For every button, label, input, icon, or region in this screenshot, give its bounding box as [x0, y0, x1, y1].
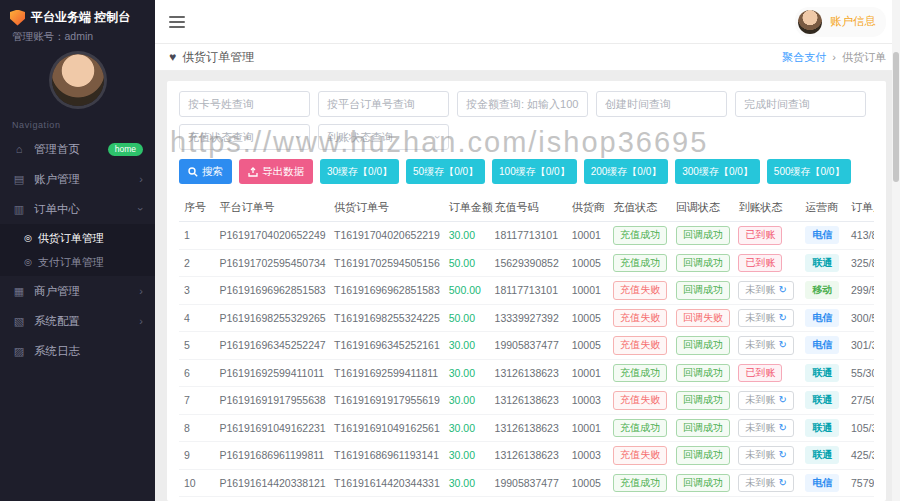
export-button[interactable]: 导出数据 — [239, 159, 313, 184]
recharge-status-pill: 充值成功 — [613, 226, 667, 245]
vertical-scrollbar[interactable] — [892, 0, 900, 501]
column-header: 供货商 — [567, 194, 609, 222]
filter-select-0[interactable]: 充值状态查询› — [179, 124, 310, 150]
select-placeholder: 到账状态查询 — [327, 130, 393, 145]
sidebar-subitem[interactable]: ◎支付订单管理 — [0, 250, 155, 274]
refresh-icon[interactable]: ↻ — [778, 284, 786, 295]
export-button-label: 导出数据 — [262, 165, 304, 179]
arrival-status-pill: 未到账↻ — [738, 391, 793, 410]
refresh-icon[interactable]: ↻ — [778, 422, 786, 433]
cache-button-3[interactable]: 200缓存【0/0】 — [584, 159, 669, 184]
cell-supplier: 10005 — [567, 332, 609, 360]
bullet-icon: ◎ — [24, 233, 32, 243]
filter-input-2[interactable] — [457, 91, 588, 117]
cell-carrier: 联通 — [800, 359, 846, 387]
accounts-icon: ▤ — [12, 173, 26, 186]
cache-button-2[interactable]: 100缓存【0/0】 — [492, 159, 577, 184]
cache-button-0[interactable]: 30缓存【0/0】 — [320, 159, 399, 184]
table-row: 10P16191614420338121T1619161442034433130… — [179, 469, 874, 497]
carrier-badge: 联通 — [805, 419, 839, 437]
brand-logo-icon — [10, 10, 25, 26]
cell-supply-order-no: T16191698255324225 — [329, 304, 444, 332]
cell-supplier: 10001 — [567, 277, 609, 305]
sidebar-item-2[interactable]: ▥订单中心› — [0, 194, 155, 224]
scrollbar-thumb[interactable] — [893, 52, 899, 182]
account-menu[interactable]: 账户信息 — [795, 7, 886, 37]
chevron-down-icon: › — [135, 207, 147, 211]
arrival-status-pill: 已到账 — [738, 364, 782, 383]
arrival-status-pill: 未到账↻ — [738, 446, 793, 465]
cache-button-1[interactable]: 50缓存【0/0】 — [406, 159, 485, 184]
cell-supplier: 10003 — [567, 387, 609, 415]
filter-input-1[interactable] — [318, 91, 449, 117]
cell-recharge: 充值成功 — [608, 359, 671, 387]
table-row: 5P16191696345252247T1619169634525216130.… — [179, 332, 874, 360]
menu-toggle-icon[interactable] — [169, 13, 185, 31]
cell-callback: 回调成功 — [671, 222, 734, 250]
bullet-icon: ◎ — [24, 257, 32, 267]
cell-carrier: 电信 — [800, 304, 846, 332]
column-header: 充值状态 — [608, 194, 671, 222]
cell-seq: 7 — [179, 387, 214, 415]
cell-carrier: 联通 — [800, 442, 846, 470]
cell-duration: 425/300 — [846, 442, 874, 470]
cache-button-5[interactable]: 500缓存【0/0】 — [767, 159, 852, 184]
nav-section-label: Navigation — [0, 112, 155, 134]
table-row: 11P16191608876861851T1619160887688464130… — [179, 497, 874, 501]
cell-seq: 5 — [179, 332, 214, 360]
refresh-icon[interactable]: ↻ — [778, 312, 786, 323]
cell-supplier: 10005 — [567, 249, 609, 277]
breadcrumb-current: 供货订单 — [842, 50, 886, 65]
orders-table-body: 1P16191704020652249T1619170402065221930.… — [179, 222, 874, 501]
cell-arrival: 未到账↻ — [733, 387, 800, 415]
sidebar-item-0[interactable]: ⌂管理首页home — [0, 134, 155, 164]
sidebar-item-5[interactable]: ▨系统日志 — [0, 336, 155, 366]
filter-select-1[interactable]: 到账状态查询› — [318, 124, 449, 150]
recharge-status-pill: 充值成功 — [613, 364, 667, 383]
callback-status-pill: 回调成功 — [676, 226, 730, 245]
arrival-status-pill: 未到账↻ — [738, 281, 793, 300]
breadcrumb-parent[interactable]: 聚合支付 — [782, 50, 826, 65]
cell-carrier: 电信 — [800, 469, 846, 497]
chevron-right-icon: › — [139, 285, 143, 297]
search-button[interactable]: 搜索 — [179, 159, 232, 184]
filter-input-4[interactable] — [735, 91, 866, 117]
chevron-right-icon: › — [139, 173, 143, 185]
sidebar-item-3[interactable]: ▦商户管理› — [0, 276, 155, 306]
account-info-link[interactable]: 账户信息 — [830, 14, 876, 29]
cell-platform-order-no: P16191686961199811 — [214, 442, 329, 470]
recharge-status-pill: 充值成功 — [613, 254, 667, 273]
cell-recharge: 充值成功 — [608, 222, 671, 250]
filter-input-3[interactable] — [596, 91, 727, 117]
cell-platform-order-no: P16191608876861851 — [214, 497, 329, 501]
topbar: 账户信息 — [155, 0, 900, 44]
recharge-status-pill: 充值失败 — [613, 281, 667, 300]
cell-arrival: 未到账↻ — [733, 497, 800, 501]
refresh-icon[interactable]: ↻ — [778, 394, 786, 405]
refresh-icon[interactable]: ↻ — [778, 449, 786, 460]
sidebar-submenu: ◎供货订单管理◎支付订单管理 — [0, 224, 155, 276]
sidebar-avatar[interactable] — [52, 54, 104, 106]
cache-button-4[interactable]: 300缓存【0/0】 — [675, 159, 760, 184]
cell-callback: 回调成功 — [671, 414, 734, 442]
heart-icon: ♥ — [169, 50, 176, 64]
settings-icon: ▧ — [12, 315, 26, 328]
sidebar-item-1[interactable]: ▤账户管理› — [0, 164, 155, 194]
refresh-icon[interactable]: ↻ — [778, 339, 786, 350]
cell-carrier: 电信 — [800, 497, 846, 501]
cell-callback: 回调成功 — [671, 359, 734, 387]
sidebar-item-label: 订单中心 — [34, 202, 80, 217]
filter-input-0[interactable] — [179, 91, 310, 117]
table-row: 8P16191691049162231T1619169104916256130.… — [179, 414, 874, 442]
sidebar-subitem[interactable]: ◎供货订单管理 — [0, 226, 155, 250]
recharge-status-pill: 充值失败 — [613, 336, 667, 355]
filter-inputs-row — [179, 91, 874, 117]
table-row: 2P16191702595450734T1619170259450515650.… — [179, 249, 874, 277]
refresh-icon[interactable]: ↻ — [778, 477, 786, 488]
cell-amount: 30.00 — [444, 332, 490, 360]
sidebar-item-4[interactable]: ▧系统配置› — [0, 306, 155, 336]
column-header: 充值号码 — [490, 194, 567, 222]
cell-phone: 13126138623 — [490, 414, 567, 442]
cell-arrival: 未到账↻ — [733, 332, 800, 360]
export-icon — [248, 167, 258, 177]
